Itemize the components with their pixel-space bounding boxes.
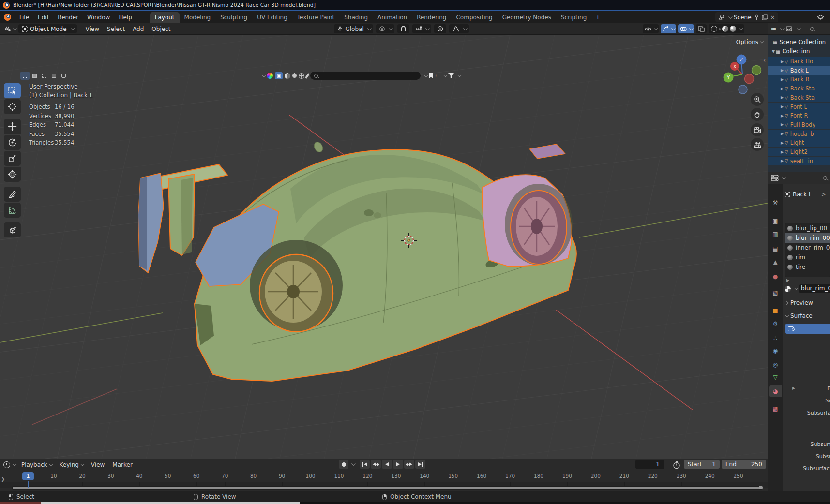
properties-search-icon[interactable] bbox=[823, 176, 827, 180]
outliner-item-back-sta[interactable]: ▶▽Back Sta bbox=[768, 84, 830, 93]
camera-view-button[interactable] bbox=[751, 123, 764, 136]
scale-tool[interactable] bbox=[4, 151, 21, 166]
gizmo-y-neg[interactable] bbox=[752, 66, 761, 75]
viewport-3d[interactable]: ▣ ≔ User Perspective (1) Collection | Ba… bbox=[0, 35, 768, 459]
jump-to-start-button[interactable] bbox=[360, 460, 370, 469]
material-shading-button[interactable] bbox=[722, 26, 728, 32]
rendered-shading-button[interactable] bbox=[730, 26, 736, 32]
timeline-menu-keying[interactable]: Keying bbox=[56, 460, 87, 469]
add-primitive-tool[interactable] bbox=[4, 222, 21, 237]
mode-dropdown[interactable]: Object Mode bbox=[18, 24, 77, 33]
front-wheel[interactable] bbox=[511, 191, 567, 264]
menu-render[interactable]: Render bbox=[53, 13, 83, 22]
gizmo-x-neg[interactable] bbox=[745, 74, 754, 84]
timeline-menu-marker[interactable]: Marker bbox=[108, 460, 136, 469]
play-reverse-button[interactable] bbox=[382, 460, 392, 469]
outliner-item-light[interactable]: ▶▽Light bbox=[768, 138, 830, 147]
overlays-toggle[interactable] bbox=[678, 24, 694, 33]
material-slot-tire[interactable]: tire bbox=[785, 262, 830, 272]
outliner-item-light2[interactable]: ▶▽Light2 bbox=[768, 148, 830, 156]
menu-help[interactable]: Help bbox=[114, 13, 136, 22]
end-frame-field[interactable]: End250 bbox=[722, 460, 766, 469]
viewport-menu-view[interactable]: View bbox=[82, 25, 103, 33]
workspace-tab-modeling[interactable]: Modeling bbox=[180, 12, 216, 23]
outliner-item-seatl_in[interactable]: ▶▽seatL_in bbox=[768, 157, 830, 165]
outliner-item-hooda_b[interactable]: ▶▽hooda_b bbox=[768, 130, 830, 138]
workspace-tab-layout[interactable]: Layout bbox=[150, 12, 180, 23]
outliner-item-back-l[interactable]: ▶▽Back L bbox=[768, 66, 830, 75]
new-scene-icon[interactable] bbox=[762, 14, 768, 20]
frame-ruler[interactable]: 1 10203040506070809010011012013014015016… bbox=[0, 471, 768, 482]
workspace-tab-sculpting[interactable]: Sculpting bbox=[215, 12, 252, 23]
use-nodes-button[interactable] bbox=[785, 324, 830, 334]
pan-hand-button[interactable] bbox=[751, 108, 764, 121]
close-scene-icon[interactable]: × bbox=[770, 14, 775, 21]
falloff-dropdown[interactable] bbox=[449, 24, 469, 33]
outliner-item-back-sta[interactable]: ▶▽Back Sta bbox=[768, 93, 830, 102]
rotate-tool[interactable] bbox=[4, 135, 21, 150]
playhead[interactable]: 1 bbox=[22, 472, 34, 480]
timeline-menu-playback[interactable]: Playback bbox=[17, 460, 56, 469]
outliner-item-back-ho[interactable]: ▶▽Back Ho bbox=[768, 57, 830, 66]
outliner-item-full-body[interactable]: ▶▽Full Body bbox=[768, 120, 830, 129]
current-frame-field[interactable]: 1 bbox=[635, 460, 664, 469]
workspace-tab-animation[interactable]: Animation bbox=[373, 12, 412, 23]
tab-output-icon[interactable]: ▥ bbox=[769, 228, 782, 240]
outliner-editor-icon[interactable]: ≔ bbox=[771, 26, 776, 32]
snap-toggle[interactable] bbox=[397, 24, 409, 33]
blender-menu-icon[interactable] bbox=[4, 14, 11, 21]
annotate-tool[interactable] bbox=[4, 187, 21, 202]
tab-tool-icon[interactable]: ⚒ bbox=[769, 197, 782, 208]
outliner-item-font-r[interactable]: ▶▽Font R bbox=[768, 111, 830, 120]
timeline-expand-icon[interactable]: ❯ bbox=[1, 476, 5, 482]
material-slot-inner_rim_0[interactable]: inner_rim_0 bbox=[785, 243, 830, 252]
outliner-item-font-l[interactable]: ▶▽Font L bbox=[768, 103, 830, 111]
tab-view-layer-icon[interactable]: ▤ bbox=[769, 243, 782, 254]
wireframe-shading-button[interactable] bbox=[711, 26, 717, 32]
tab-render-icon[interactable]: ▣ bbox=[769, 215, 782, 227]
timeline-scrollbar[interactable] bbox=[12, 486, 763, 490]
slot-expand-icon[interactable]: ▶ bbox=[786, 278, 789, 282]
solid-shading-button[interactable] bbox=[719, 28, 721, 30]
outliner-search-icon[interactable] bbox=[810, 27, 814, 31]
scrollbar-thumb[interactable] bbox=[13, 487, 760, 489]
tab-modifiers-icon[interactable]: ⚙ bbox=[769, 318, 782, 329]
scene-selector[interactable]: Scene × bbox=[715, 12, 778, 22]
start-frame-field[interactable]: Start1 bbox=[684, 460, 720, 469]
properties-editor-button[interactable] bbox=[771, 175, 785, 181]
move-tool[interactable] bbox=[4, 119, 21, 134]
tab-world-icon[interactable]: ● bbox=[769, 271, 782, 282]
menu-window[interactable]: Window bbox=[83, 13, 114, 22]
play-button[interactable] bbox=[393, 460, 403, 469]
xray-toggle[interactable] bbox=[696, 24, 707, 33]
viewport-menu-add[interactable]: Add bbox=[129, 25, 148, 33]
editor-type-button[interactable] bbox=[4, 25, 15, 32]
menu-file[interactable]: File bbox=[15, 13, 33, 22]
preview-section[interactable]: Preview bbox=[784, 299, 813, 306]
timeline-editor-button[interactable] bbox=[3, 461, 15, 468]
timeline-menu-view[interactable]: View bbox=[87, 460, 108, 469]
options-dropdown[interactable]: Options bbox=[736, 39, 763, 45]
pin-icon[interactable] bbox=[754, 14, 759, 20]
next-keyframe-button[interactable] bbox=[404, 460, 414, 469]
transform-tool[interactable] bbox=[4, 167, 21, 182]
cursor-tool[interactable] bbox=[4, 99, 21, 114]
outliner-root[interactable]: ▦Scene Collection bbox=[768, 38, 830, 46]
show-object-types-dropdown[interactable] bbox=[643, 24, 659, 33]
tab-collection-icon[interactable]: ▧ bbox=[769, 287, 782, 298]
snap-with-dropdown[interactable] bbox=[412, 24, 431, 33]
gizmos-toggle[interactable] bbox=[661, 24, 676, 33]
rear-wheel[interactable] bbox=[259, 254, 333, 332]
outliner-item-back-r[interactable]: ▶▽Back R bbox=[768, 75, 830, 84]
orientation-dropdown[interactable]: Global bbox=[334, 24, 373, 33]
outliner-collection[interactable]: ▼▦Collection bbox=[768, 47, 830, 56]
material-slot-rim[interactable]: rim bbox=[785, 252, 830, 262]
menu-edit[interactable]: Edit bbox=[33, 13, 53, 22]
select-box-tool[interactable] bbox=[4, 83, 21, 98]
auto-keying-button[interactable] bbox=[339, 460, 348, 469]
surface-section[interactable]: Surface bbox=[784, 312, 813, 319]
workspace-tab-compositing[interactable]: Compositing bbox=[451, 12, 497, 23]
workspace-tab-geometry-nodes[interactable]: Geometry Nodes bbox=[498, 12, 556, 23]
prev-keyframe-button[interactable] bbox=[371, 460, 381, 469]
tab-object-data-icon[interactable]: ▽ bbox=[769, 371, 782, 383]
